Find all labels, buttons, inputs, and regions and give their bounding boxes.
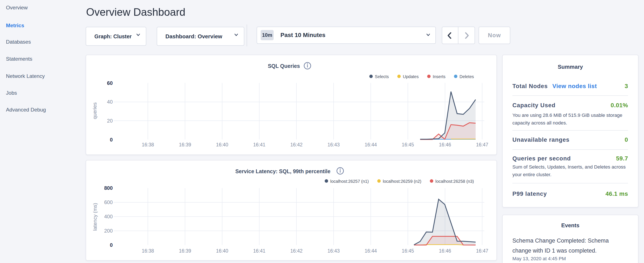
svg-text:SQL Queries: SQL Queries (268, 63, 300, 69)
svg-text:Updates: Updates (403, 74, 419, 79)
svg-text:16:44: 16:44 (365, 142, 377, 147)
svg-text:16:46: 16:46 (439, 248, 451, 254)
svg-text:20: 20 (107, 118, 113, 124)
svg-text:0: 0 (110, 137, 113, 143)
svg-text:16:41: 16:41 (253, 248, 266, 254)
svg-text:200: 200 (104, 228, 113, 234)
svg-text:queries: queries (92, 102, 98, 119)
svg-text:16:47: 16:47 (476, 142, 488, 147)
svg-text:localhost:26259 (n2): localhost:26259 (n2) (383, 179, 422, 184)
svg-text:16:44: 16:44 (365, 248, 377, 254)
svg-text:16:38: 16:38 (142, 248, 154, 254)
svg-text:16:41: 16:41 (253, 142, 266, 147)
svg-text:localhost:26257 (n1): localhost:26257 (n1) (330, 179, 369, 184)
svg-text:0: 0 (110, 242, 113, 248)
svg-text:60: 60 (107, 80, 113, 86)
svg-text:16:42: 16:42 (290, 248, 303, 254)
svg-text:40: 40 (107, 99, 113, 105)
svg-text:Deletes: Deletes (460, 74, 474, 79)
svg-text:16:43: 16:43 (328, 248, 340, 254)
svg-text:Inserts: Inserts (433, 74, 446, 79)
svg-text:16:47: 16:47 (476, 248, 488, 254)
svg-text:16:39: 16:39 (179, 248, 191, 254)
svg-text:800: 800 (104, 185, 113, 191)
svg-text:16:40: 16:40 (216, 248, 228, 254)
svg-text:16:40: 16:40 (216, 142, 228, 147)
svg-text:16:39: 16:39 (179, 142, 191, 147)
svg-text:Service Latency: SQL, 99th per: Service Latency: SQL, 99th percentile (235, 168, 330, 174)
svg-text:localhost:26258 (n3): localhost:26258 (n3) (436, 179, 474, 184)
svg-text:latency (ms): latency (ms) (92, 203, 98, 231)
svg-text:16:45: 16:45 (402, 142, 414, 147)
svg-text:16:45: 16:45 (402, 248, 414, 254)
svg-text:16:38: 16:38 (142, 142, 154, 147)
svg-text:16:43: 16:43 (328, 142, 340, 147)
svg-text:Selects: Selects (375, 74, 389, 79)
svg-text:16:42: 16:42 (290, 142, 303, 147)
svg-text:600: 600 (104, 199, 113, 205)
svg-text:16:46: 16:46 (439, 142, 451, 147)
svg-text:400: 400 (104, 214, 113, 219)
